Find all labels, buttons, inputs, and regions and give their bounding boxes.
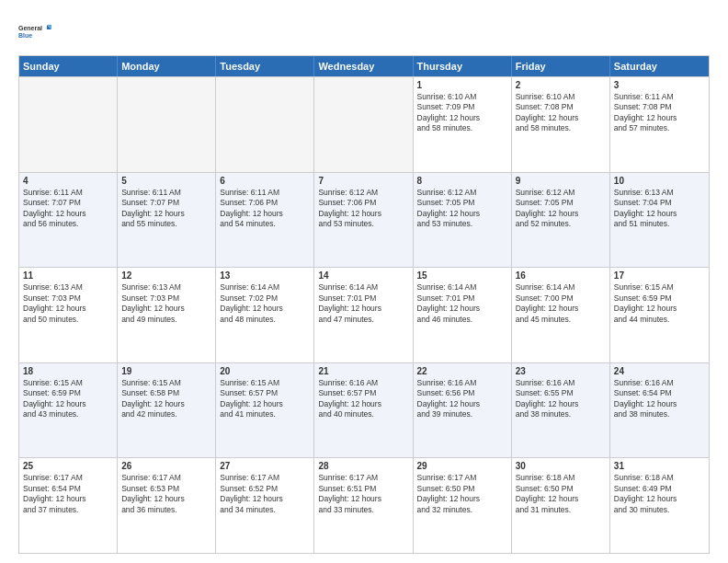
cell-line: Sunset: 6:53 PM: [121, 484, 211, 494]
cell-line: and 51 minutes.: [614, 219, 705, 229]
cell-line: Daylight: 12 hours: [121, 304, 211, 314]
cell-line: Sunrise: 6:14 AM: [516, 282, 606, 293]
cal-cell-2-1: 12Sunrise: 6:13 AMSunset: 7:03 PMDayligh…: [118, 268, 216, 362]
cell-line: and 44 minutes.: [614, 315, 705, 325]
cell-line: Sunset: 7:06 PM: [318, 198, 408, 208]
cell-line: and 36 minutes.: [121, 505, 211, 515]
header-monday: Monday: [118, 56, 216, 76]
cell-line: Daylight: 12 hours: [220, 399, 310, 409]
cell-line: and 38 minutes.: [516, 409, 606, 419]
cell-line: Sunrise: 6:11 AM: [23, 188, 113, 198]
cell-line: Daylight: 12 hours: [220, 304, 310, 314]
day-number: 21: [318, 366, 408, 376]
cell-line: and 56 minutes.: [23, 219, 113, 229]
cell-line: Sunrise: 6:11 AM: [220, 188, 310, 198]
day-number: 18: [23, 366, 113, 376]
day-number: 17: [614, 270, 705, 281]
cell-line: and 40 minutes.: [318, 409, 408, 419]
cell-line: Daylight: 12 hours: [516, 399, 606, 409]
cell-line: Sunset: 6:51 PM: [318, 484, 408, 494]
cell-line: and 46 minutes.: [417, 315, 507, 325]
cal-cell-3-1: 19Sunrise: 6:15 AMSunset: 6:58 PMDayligh…: [118, 363, 216, 458]
cell-line: Sunrise: 6:18 AM: [614, 473, 705, 483]
day-number: 12: [121, 270, 211, 281]
cell-line: Sunset: 6:58 PM: [121, 388, 211, 398]
cell-line: Daylight: 12 hours: [417, 113, 507, 123]
header-sunday: Sunday: [19, 56, 118, 76]
cell-line: Sunset: 6:50 PM: [417, 484, 507, 494]
cell-line: Sunset: 6:54 PM: [614, 388, 705, 398]
day-number: 30: [516, 461, 606, 471]
cell-line: and 53 minutes.: [417, 219, 507, 229]
cal-cell-0-3: [314, 77, 413, 172]
cell-line: Sunset: 6:57 PM: [220, 388, 310, 398]
cell-line: and 54 minutes.: [220, 219, 310, 229]
cell-line: Daylight: 12 hours: [318, 399, 408, 409]
week-row-3: 11Sunrise: 6:13 AMSunset: 7:03 PMDayligh…: [19, 267, 709, 362]
day-number: 22: [417, 366, 507, 376]
cell-line: Daylight: 12 hours: [220, 494, 310, 504]
cal-cell-4-2: 27Sunrise: 6:17 AMSunset: 6:52 PMDayligh…: [216, 458, 314, 553]
day-number: 15: [417, 270, 507, 281]
cal-cell-2-6: 17Sunrise: 6:15 AMSunset: 6:59 PMDayligh…: [610, 268, 709, 362]
cell-line: Sunset: 7:06 PM: [220, 198, 310, 208]
cell-line: Sunrise: 6:12 AM: [318, 188, 408, 198]
cell-line: Sunset: 6:52 PM: [220, 484, 310, 494]
cal-cell-1-5: 9Sunrise: 6:12 AMSunset: 7:05 PMDaylight…: [512, 173, 610, 268]
day-number: 5: [121, 176, 211, 186]
cell-line: and 31 minutes.: [516, 505, 606, 515]
cal-cell-0-0: [19, 77, 118, 172]
day-number: 1: [417, 80, 507, 90]
cell-line: Sunrise: 6:12 AM: [516, 188, 606, 198]
day-number: 25: [23, 461, 113, 471]
cal-cell-3-3: 21Sunrise: 6:16 AMSunset: 6:57 PMDayligh…: [314, 363, 413, 458]
cell-line: Daylight: 12 hours: [614, 113, 705, 123]
cell-line: and 41 minutes.: [220, 409, 310, 419]
cell-line: and 39 minutes.: [417, 409, 507, 419]
cell-line: Sunset: 6:54 PM: [23, 484, 113, 494]
cell-line: Sunrise: 6:16 AM: [318, 378, 408, 388]
cell-line: Daylight: 12 hours: [417, 209, 507, 219]
day-number: 13: [220, 270, 310, 281]
day-number: 28: [318, 461, 408, 471]
cell-line: Sunrise: 6:15 AM: [614, 282, 705, 293]
cell-line: Sunset: 7:01 PM: [417, 293, 507, 304]
cell-line: and 32 minutes.: [417, 505, 507, 515]
day-number: 23: [516, 366, 606, 376]
cal-cell-1-3: 7Sunrise: 6:12 AMSunset: 7:06 PMDaylight…: [314, 173, 413, 268]
cal-cell-4-4: 29Sunrise: 6:17 AMSunset: 6:50 PMDayligh…: [414, 458, 512, 553]
cell-line: Sunrise: 6:13 AM: [121, 282, 211, 293]
cal-cell-0-2: [216, 77, 314, 172]
cal-cell-3-0: 18Sunrise: 6:15 AMSunset: 6:59 PMDayligh…: [19, 363, 118, 458]
cell-line: Sunset: 6:49 PM: [614, 484, 705, 494]
cell-line: Sunrise: 6:10 AM: [516, 92, 606, 102]
cal-cell-1-1: 5Sunrise: 6:11 AMSunset: 7:07 PMDaylight…: [118, 173, 216, 268]
cell-line: Daylight: 12 hours: [516, 304, 606, 314]
cell-line: Daylight: 12 hours: [23, 399, 113, 409]
cell-line: and 42 minutes.: [121, 409, 211, 419]
cell-line: and 47 minutes.: [318, 315, 408, 325]
cell-line: Sunset: 6:50 PM: [516, 484, 606, 494]
day-number: 4: [23, 176, 113, 186]
day-number: 16: [516, 270, 606, 281]
cell-line: Sunrise: 6:18 AM: [516, 473, 606, 483]
day-number: 6: [220, 176, 310, 186]
cell-line: Sunrise: 6:17 AM: [121, 473, 211, 483]
day-number: 14: [318, 270, 408, 281]
day-number: 20: [220, 366, 310, 376]
cell-line: Daylight: 12 hours: [121, 209, 211, 219]
day-number: 26: [121, 461, 211, 471]
cell-line: and 53 minutes.: [318, 219, 408, 229]
cal-cell-2-3: 14Sunrise: 6:14 AMSunset: 7:01 PMDayligh…: [314, 268, 413, 362]
cell-line: Sunrise: 6:14 AM: [220, 282, 310, 293]
cell-line: Sunrise: 6:15 AM: [23, 378, 113, 388]
cell-line: Sunrise: 6:17 AM: [220, 473, 310, 483]
cell-line: Sunrise: 6:17 AM: [417, 473, 507, 483]
week-row-5: 25Sunrise: 6:17 AMSunset: 6:54 PMDayligh…: [19, 457, 709, 553]
week-row-4: 18Sunrise: 6:15 AMSunset: 6:59 PMDayligh…: [19, 362, 709, 458]
cal-cell-2-2: 13Sunrise: 6:14 AMSunset: 7:02 PMDayligh…: [216, 268, 314, 362]
cell-line: Sunrise: 6:15 AM: [220, 378, 310, 388]
cell-line: Sunset: 6:57 PM: [318, 388, 408, 398]
cell-line: Daylight: 12 hours: [614, 304, 705, 314]
day-number: 27: [220, 461, 310, 471]
